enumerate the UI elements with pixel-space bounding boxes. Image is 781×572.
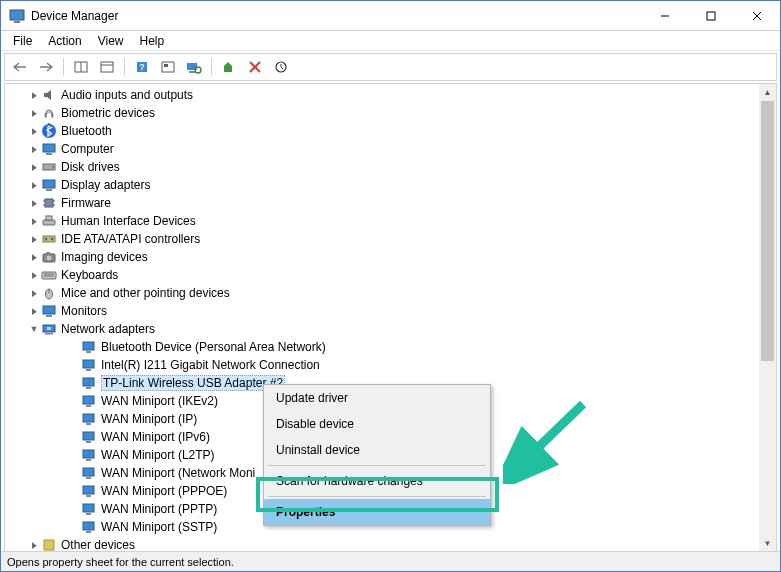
- uninstall-icon[interactable]: [244, 56, 266, 78]
- scroll-down-icon[interactable]: ▼: [759, 535, 776, 552]
- maximize-button[interactable]: [688, 1, 734, 30]
- chevron-right-icon[interactable]: ▶: [31, 252, 38, 262]
- tree-node-label: Display adapters: [61, 178, 150, 192]
- vertical-scrollbar[interactable]: ▲ ▼: [759, 84, 776, 552]
- scroll-track[interactable]: [759, 101, 776, 535]
- tree-node-label: Network adapters: [61, 322, 155, 336]
- chevron-right-icon[interactable]: ▶: [31, 270, 38, 280]
- mouse-icon: [41, 285, 57, 301]
- chevron-right-icon[interactable]: ▶: [31, 180, 38, 190]
- ctx-scan-hardware[interactable]: Scan for hardware changes: [264, 468, 490, 494]
- ctx-update-driver[interactable]: Update driver: [264, 385, 490, 411]
- svg-rect-72: [86, 531, 91, 533]
- chevron-right-icon[interactable]: ▶: [31, 108, 38, 118]
- network-adapter-icon: [81, 519, 97, 535]
- camera-icon: [41, 249, 57, 265]
- tree-node[interactable]: ▶Computer: [5, 140, 776, 158]
- chevron-right-icon[interactable]: ▶: [31, 90, 38, 100]
- tree-node[interactable]: ▶Biometric devices: [5, 104, 776, 122]
- svg-rect-64: [86, 459, 91, 461]
- close-button[interactable]: [734, 1, 780, 30]
- svg-rect-61: [83, 432, 94, 440]
- ctx-properties[interactable]: Properties: [264, 499, 490, 525]
- minimize-button[interactable]: [642, 1, 688, 30]
- svg-rect-52: [86, 351, 91, 353]
- menu-view[interactable]: View: [90, 32, 132, 50]
- tree-node[interactable]: ▶Audio inputs and outputs: [5, 86, 776, 104]
- tree-node[interactable]: ▶Monitors: [5, 302, 776, 320]
- chevron-spacer: [69, 414, 79, 424]
- chevron-right-icon[interactable]: ▶: [31, 540, 38, 550]
- tree-node[interactable]: ▼Network adapters: [5, 320, 776, 338]
- tree-node-label: WAN Miniport (SSTP): [101, 520, 217, 534]
- back-button[interactable]: [9, 56, 31, 78]
- help-icon[interactable]: ?: [131, 56, 153, 78]
- tree-node-label: WAN Miniport (IP): [101, 412, 197, 426]
- network-icon: [41, 321, 57, 337]
- tree-node-label: WAN Miniport (IKEv2): [101, 394, 218, 408]
- svg-rect-8: [101, 62, 113, 72]
- scroll-up-icon[interactable]: ▲: [759, 84, 776, 101]
- chevron-right-icon[interactable]: ▶: [31, 216, 38, 226]
- network-adapter-icon: [81, 411, 97, 427]
- svg-rect-62: [86, 441, 91, 443]
- tree-node-label: Monitors: [61, 304, 107, 318]
- show-hidden-icon[interactable]: [70, 56, 92, 78]
- chevron-spacer: [69, 468, 79, 478]
- scroll-thumb[interactable]: [761, 101, 774, 361]
- chevron-right-icon[interactable]: ▶: [31, 234, 38, 244]
- svg-rect-0: [10, 10, 24, 20]
- chip-icon: [41, 195, 57, 211]
- svg-rect-28: [45, 199, 53, 207]
- tree-node-label: IDE ATA/ATAPI controllers: [61, 232, 200, 246]
- properties-icon[interactable]: [96, 56, 118, 78]
- tree-node[interactable]: ▶Display adapters: [5, 176, 776, 194]
- chevron-right-icon[interactable]: ▶: [31, 288, 38, 298]
- tree-node[interactable]: ▶Other devices: [5, 536, 776, 552]
- menu-file[interactable]: File: [5, 32, 40, 50]
- ctx-disable-device[interactable]: Disable device: [264, 411, 490, 437]
- tree-node[interactable]: ▶Mice and other pointing devices: [5, 284, 776, 302]
- tree-node[interactable]: ▶Firmware: [5, 194, 776, 212]
- svg-rect-23: [46, 153, 52, 155]
- chevron-spacer: [69, 504, 79, 514]
- chevron-spacer: [69, 522, 79, 532]
- disable-icon[interactable]: [270, 56, 292, 78]
- svg-rect-73: [44, 540, 54, 550]
- tree-node[interactable]: Bluetooth Device (Personal Area Network): [5, 338, 776, 356]
- chevron-right-icon[interactable]: ▶: [31, 198, 38, 208]
- network-adapter-icon: [81, 483, 97, 499]
- svg-rect-3: [707, 12, 715, 20]
- ctx-separator: [268, 496, 486, 497]
- tree-node[interactable]: ▶Disk drives: [5, 158, 776, 176]
- disk-icon: [41, 159, 57, 175]
- ctx-uninstall-device[interactable]: Uninstall device: [264, 437, 490, 463]
- chevron-right-icon[interactable]: ▶: [31, 306, 38, 316]
- tree-node[interactable]: ▶Human Interface Devices: [5, 212, 776, 230]
- forward-button[interactable]: [35, 56, 57, 78]
- menu-help[interactable]: Help: [132, 32, 173, 50]
- update-driver-icon[interactable]: [218, 56, 240, 78]
- titlebar: Device Manager: [1, 1, 780, 31]
- chevron-right-icon[interactable]: ▶: [31, 162, 38, 172]
- chevron-spacer: [69, 396, 79, 406]
- tree-node[interactable]: Intel(R) I211 Gigabit Network Connection: [5, 356, 776, 374]
- menu-action[interactable]: Action: [40, 32, 89, 50]
- svg-rect-22: [43, 144, 55, 152]
- chevron-right-icon[interactable]: ▶: [31, 126, 38, 136]
- tree-node-label: Disk drives: [61, 160, 120, 174]
- action-icon[interactable]: [157, 56, 179, 78]
- svg-rect-47: [46, 315, 52, 317]
- chevron-down-icon[interactable]: ▼: [29, 324, 39, 334]
- svg-text:?: ?: [139, 62, 145, 72]
- tree-node[interactable]: ▶IDE ATA/ATAPI controllers: [5, 230, 776, 248]
- chevron-spacer: [69, 450, 79, 460]
- tree-node[interactable]: ▶Keyboards: [5, 266, 776, 284]
- tree-node[interactable]: ▶Bluetooth: [5, 122, 776, 140]
- svg-rect-1: [14, 21, 20, 23]
- tree-node[interactable]: ▶Imaging devices: [5, 248, 776, 266]
- app-icon: [9, 8, 25, 24]
- ide-icon: [41, 231, 57, 247]
- scan-hardware-icon[interactable]: [183, 56, 205, 78]
- chevron-right-icon[interactable]: ▶: [31, 144, 38, 154]
